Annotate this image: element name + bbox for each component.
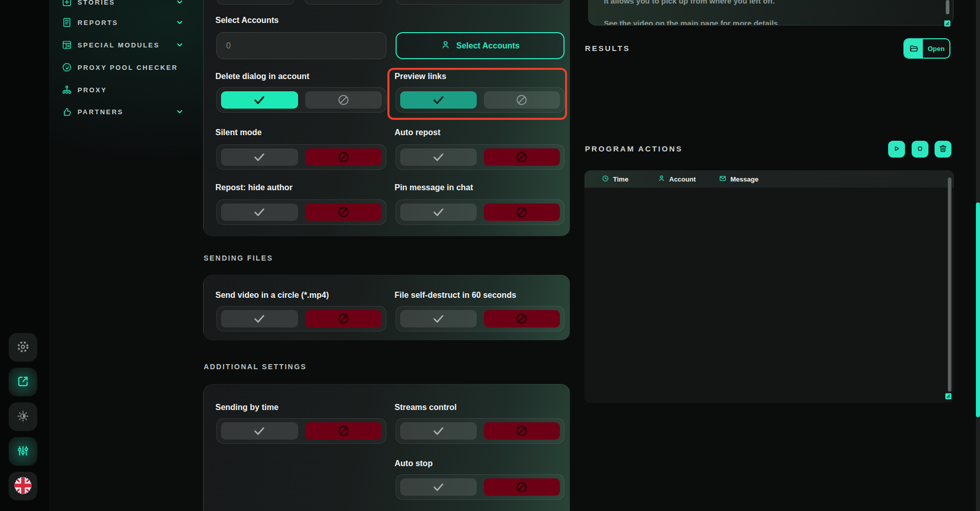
play-icon (892, 144, 901, 155)
toggle-label: File self-destruct in 60 seconds (395, 291, 516, 300)
toggle-label: Pin message in chat (395, 183, 473, 192)
results-heading: RESULTS (585, 44, 630, 53)
app-window: STORIES REPORTS SPECIAL MODULES PROXY PO… (0, 0, 980, 511)
toggle-yes-button[interactable] (400, 148, 477, 166)
table-column-account[interactable]: Account (657, 170, 696, 188)
info-text-line2: See the video on the main page for more … (604, 19, 780, 25)
start-button[interactable] (888, 141, 905, 158)
sidebar-item-label: REPORTS (78, 19, 118, 27)
sidebar-item-proxy[interactable]: PROXY (49, 79, 203, 101)
select-accounts-button[interactable]: Select Accounts (396, 32, 565, 59)
table-body-empty (584, 188, 954, 403)
toggle-no-button[interactable] (484, 422, 560, 440)
toggle-label: Streams control (395, 403, 457, 412)
toggle-yes-button[interactable] (400, 478, 477, 496)
toggle-label: Sending by time (215, 403, 279, 412)
table-resize-grip[interactable] (945, 392, 951, 398)
toggle-no-button[interactable] (305, 148, 382, 166)
chevron-down-icon (176, 19, 183, 26)
gauge-icon (61, 62, 72, 73)
toggle-repost-hide-author (216, 199, 386, 225)
toggle-yes-button[interactable] (400, 422, 477, 440)
special-modules-icon (61, 39, 72, 50)
external-link-button[interactable] (9, 368, 37, 396)
thumbs-up-icon (61, 106, 72, 117)
accounts-count-input[interactable] (216, 32, 386, 59)
clipped-input-field[interactable] (216, 0, 295, 5)
toggle-no-button[interactable] (484, 148, 560, 166)
toggle-yes-button[interactable] (221, 148, 298, 166)
message-settings-card: Select Accounts Select Accounts Delete d… (203, 0, 570, 236)
table-scrollbar-thumb[interactable] (948, 177, 951, 392)
toggle-no-button[interactable] (484, 91, 560, 109)
sidebar-item-label: PARTNERS (78, 108, 124, 116)
table-column-label: Account (669, 175, 696, 183)
sidebar-item-proxy-pool-checker[interactable]: PROXY POOL CHECKER (49, 56, 203, 79)
sidebar-item-label: PROXY (78, 86, 107, 94)
sidebar-item-label: PROXY POOL CHECKER (78, 64, 178, 71)
toggle-yes-button[interactable] (221, 91, 298, 109)
open-results-button[interactable]: Open (903, 38, 950, 59)
settings-button[interactable] (9, 333, 37, 362)
stories-icon (61, 0, 72, 8)
toggle-label: Preview links (395, 72, 446, 81)
toggle-no-button[interactable] (484, 478, 560, 496)
toggle-yes-button[interactable] (221, 310, 298, 327)
toggle-label: Auto repost (395, 128, 440, 137)
stop-icon (915, 144, 925, 155)
toggle-yes-button[interactable] (400, 91, 477, 109)
info-textarea[interactable]: It allows you to pick up from where you … (588, 0, 953, 25)
sidebar-item-reports[interactable]: REPORTS (49, 11, 203, 34)
trash-icon (938, 144, 948, 155)
toggle-pin-message (396, 199, 565, 225)
toggle-send-video-circle (216, 306, 386, 331)
page-scrollbar-thumb[interactable] (976, 202, 980, 417)
info-resize-grip[interactable] (944, 19, 950, 25)
toggle-delete-dialog (216, 87, 386, 113)
info-scrollbar-thumb[interactable] (946, 0, 949, 14)
toggle-silent-mode (216, 144, 386, 170)
toggle-sending-by-time (216, 418, 386, 444)
select-accounts-button-label: Select Accounts (456, 41, 520, 50)
table-column-label: Message (730, 175, 758, 183)
toggle-auto-repost (396, 144, 565, 170)
stop-button[interactable] (912, 141, 928, 158)
toggle-yes-button[interactable] (221, 422, 298, 440)
clipped-input-field[interactable] (396, 0, 565, 5)
clipped-input-field[interactable] (304, 0, 383, 5)
preferences-sliders-button[interactable] (9, 437, 37, 466)
toggle-no-button[interactable] (484, 310, 560, 327)
chevron-down-icon (176, 41, 183, 48)
reports-icon (61, 17, 72, 28)
toggle-no-button[interactable] (305, 203, 382, 221)
envelope-icon (719, 174, 727, 184)
table-column-time[interactable]: Time (601, 170, 628, 188)
toggle-label: Auto stop (395, 459, 433, 468)
toggle-no-button[interactable] (305, 310, 382, 327)
table-column-message[interactable]: Message (719, 170, 758, 188)
open-button-label: Open (923, 39, 949, 58)
toggle-yes-button[interactable] (221, 203, 298, 221)
additional-settings-card: Sending by time Streams control Auto sto… (203, 384, 570, 511)
toggle-no-button[interactable] (484, 203, 560, 221)
sidebar-item-special-modules[interactable]: SPECIAL MODULES (49, 34, 203, 56)
sidebar-item-partners[interactable]: PARTNERS (49, 100, 203, 123)
toggle-no-button[interactable] (305, 422, 382, 440)
sliders-icon (16, 444, 30, 459)
folder-icon (904, 39, 923, 58)
person-icon (440, 40, 451, 52)
uk-flag-icon (13, 476, 33, 497)
toggle-yes-button[interactable] (400, 310, 477, 327)
toggle-no-button[interactable] (305, 91, 382, 109)
toggle-streams-control (396, 418, 565, 444)
network-icon (61, 84, 72, 95)
sidebar: STORIES REPORTS SPECIAL MODULES PROXY PO… (49, 0, 203, 511)
toggle-auto-stop (396, 474, 565, 500)
clock-icon (601, 174, 609, 184)
sending-files-heading: SENDING FILES (204, 254, 273, 262)
sidebar-item-label: SPECIAL MODULES (78, 41, 160, 49)
theme-brightness-button[interactable] (9, 402, 37, 431)
language-button[interactable] (9, 472, 37, 500)
toggle-yes-button[interactable] (400, 203, 477, 221)
clear-button[interactable] (935, 141, 951, 158)
